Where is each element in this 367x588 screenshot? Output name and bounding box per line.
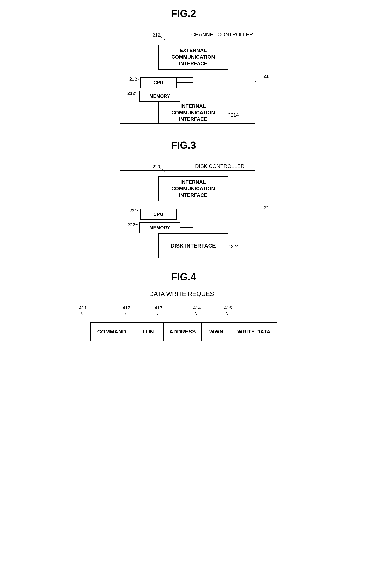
fig2-ref214-line xyxy=(97,27,271,128)
figure-3-section: FIG.3 DISK CONTROLLER 223 22 INTERNAL CO… xyxy=(0,139,367,259)
fig4-ref412-line xyxy=(123,311,128,315)
fig4-ref411-line xyxy=(79,311,85,315)
fig4-table: COMMAND LUN ADDRESS WWN WRITE DATA xyxy=(90,322,277,341)
fig3-title: FIG.3 xyxy=(171,139,196,151)
fig4-cell-lun: LUN xyxy=(133,322,164,341)
fig4-ref413-line xyxy=(155,311,160,315)
fig4-ref-415-wrapper: 415 xyxy=(222,305,261,315)
figure-4-section: FIG.4 DATA WRITE REQUEST 411 412 413 414 xyxy=(0,271,367,341)
fig4-ref-411-wrapper: 411 xyxy=(77,305,121,315)
fig4-refs-row: 411 412 413 414 415 xyxy=(77,305,290,315)
fig4-cell-writedata: WRITE DATA xyxy=(231,322,277,341)
fig2-horiz-conn2 xyxy=(176,82,193,83)
fig4-ref-412-wrapper: 412 xyxy=(121,305,153,315)
fig3-ref224-line xyxy=(97,159,271,259)
fig4-ref-413: 413 xyxy=(155,305,162,311)
fig4-ref-411: 411 xyxy=(79,305,87,311)
figure-2-section: FIG.2 CHANNEL CONTROLLER 213 21 EXTERNAL… xyxy=(0,8,367,128)
fig2-title: FIG.2 xyxy=(171,8,196,19)
fig4-cell-command: COMMAND xyxy=(90,322,133,341)
fig4-subtitle: DATA WRITE REQUEST xyxy=(149,290,218,297)
fig2-horiz-conn3 xyxy=(180,96,193,96)
fig4-ref-414-wrapper: 414 xyxy=(191,305,222,315)
fig4-ref415-line xyxy=(224,311,230,315)
fig4-cell-address: ADDRESS xyxy=(163,322,202,341)
fig4-ref-414: 414 xyxy=(193,305,201,311)
fig4-title: FIG.4 xyxy=(171,271,196,283)
fig4-ref-415: 415 xyxy=(224,305,232,311)
fig4-ref-412: 412 xyxy=(123,305,130,311)
fig4-container: DATA WRITE REQUEST 411 412 413 414 xyxy=(77,290,290,341)
fig4-ref414-line xyxy=(193,311,199,315)
fig4-cell-wwn: WWN xyxy=(201,322,231,341)
fig4-ref-413-wrapper: 413 xyxy=(153,305,191,315)
